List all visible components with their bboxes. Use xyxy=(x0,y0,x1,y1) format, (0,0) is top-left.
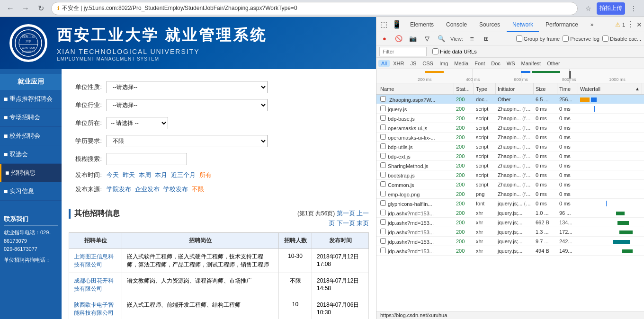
network-row-16[interactable]: jdp.ashx?rnd=153... 200 xhr jquery.js;..… xyxy=(376,246,644,256)
network-row-11[interactable]: glyphicons-halflin... 200 font jquery.js… xyxy=(376,199,644,208)
type-btn-manifest[interactable]: Manifest xyxy=(519,60,544,67)
forward-button[interactable]: → xyxy=(19,2,32,15)
list-view-button[interactable]: ≡ xyxy=(467,34,477,44)
network-row-15[interactable]: jdp.ashx?rnd=153... 200 xhr jquery.js;..… xyxy=(376,237,644,246)
type-btn-ws[interactable]: WS xyxy=(504,60,518,67)
col-initiator-header[interactable]: Initiator xyxy=(496,83,534,94)
network-row-12[interactable]: jdp.ashx?rnd=153... 200 xhr jquery.js;..… xyxy=(376,208,644,218)
row3-checkbox[interactable] xyxy=(380,124,386,130)
tab-sources[interactable]: Sources xyxy=(474,17,506,32)
devtools-inspect-button[interactable]: ⬚ xyxy=(378,20,389,29)
unit-industry-select[interactable]: --请选择-- xyxy=(107,99,268,111)
row6-checkbox[interactable] xyxy=(380,153,386,159)
network-row-10[interactable]: emp-logo.png 200 png Zhaopin... (fro... … xyxy=(376,189,644,199)
network-row-14[interactable]: jdp.ashx?rnd=153... 200 xhr jquery.js;..… xyxy=(376,227,644,237)
type-btn-font[interactable]: Font xyxy=(472,60,488,67)
unit-type-select[interactable]: --请选择-- xyxy=(107,81,268,93)
star-button[interactable]: ☆ xyxy=(581,2,595,15)
education-select[interactable]: 不限 xyxy=(107,135,268,147)
row14-checkbox[interactable] xyxy=(380,229,386,234)
devtools-device-button[interactable]: 📱 xyxy=(390,20,403,29)
source-link-college[interactable]: 学院发布 xyxy=(107,185,131,194)
row12-checkbox[interactable] xyxy=(380,210,386,215)
network-row-1[interactable]: jquery.js 200 script Zhaopin... (fro... … xyxy=(376,104,644,114)
network-row-9[interactable]: Common.js 200 script Zhaopin... (fro... … xyxy=(376,180,644,189)
row1-checkbox[interactable] xyxy=(380,106,386,111)
keyword-input[interactable] xyxy=(107,153,187,165)
col-size-header[interactable]: Size xyxy=(534,83,557,94)
type-btn-media[interactable]: Media xyxy=(451,60,471,67)
type-btn-css[interactable]: CSS xyxy=(420,60,436,67)
sidebar-item-zhuanchang[interactable]: ■ 专场招聘会 xyxy=(0,108,62,127)
group-by-frame-checkbox[interactable] xyxy=(516,35,522,42)
type-btn-xhr[interactable]: XHR xyxy=(390,60,407,67)
company-link-0[interactable]: 上海图正信息科技有限公司 xyxy=(74,253,114,268)
row7-checkbox[interactable] xyxy=(380,162,386,168)
sidebar-item-shixi[interactable]: ■ 实习信息 xyxy=(0,182,62,201)
network-row-3[interactable]: operamasks-ui.js 200 script Zhaopin... (… xyxy=(376,123,644,133)
row2-checkbox[interactable] xyxy=(380,115,386,121)
network-row-5[interactable]: bdp-utils.js 200 script Zhaopin... (fro.… xyxy=(376,142,644,151)
source-link-all[interactable]: 不限 xyxy=(192,185,204,194)
row13-checkbox[interactable] xyxy=(380,219,386,225)
tab-performance[interactable]: Performance xyxy=(540,17,584,32)
row16-checkbox[interactable] xyxy=(380,248,386,253)
row15-checkbox[interactable] xyxy=(380,238,386,244)
time-link-week[interactable]: 本周 xyxy=(139,171,151,179)
time-link-all[interactable]: 所有 xyxy=(199,171,212,179)
tab-elements[interactable]: Elements xyxy=(404,17,439,32)
clear-button[interactable]: 🚫 xyxy=(394,34,404,44)
devtools-close-button[interactable]: ✕ xyxy=(636,21,642,28)
col-waterfall-header[interactable]: Waterfall ▲ xyxy=(578,83,642,94)
tab-more[interactable]: » xyxy=(585,17,599,32)
devtools-settings-button[interactable]: ⋮ xyxy=(627,20,635,29)
filter-button[interactable]: ▽ xyxy=(422,34,432,44)
network-row-13[interactable]: jdp.ashx?rnd=153... 200 xhr jquery.js;..… xyxy=(376,218,644,227)
page-next[interactable]: 下一页 xyxy=(337,220,355,227)
tab-console[interactable]: Console xyxy=(440,17,473,32)
address-bar[interactable]: ℹ 不安全 | jy.51uns.com:8022/Pro_StudentEmp… xyxy=(51,2,578,15)
source-link-school[interactable]: 学校发布 xyxy=(163,185,188,194)
row0-checkbox[interactable] xyxy=(380,96,386,102)
network-row-4[interactable]: operamasks-ui-fix-... 200 script Zhaopin… xyxy=(376,133,644,142)
network-row-0[interactable]: Zhaoping.aspx?W... 200 doc... Other 6.5 … xyxy=(376,95,644,104)
source-link-company[interactable]: 企业发布 xyxy=(135,185,160,194)
preserve-log-checkbox[interactable] xyxy=(563,35,569,42)
row11-checkbox[interactable] xyxy=(380,200,386,206)
unit-location-select[interactable]: -- 请选择 -- xyxy=(107,117,168,129)
page-first[interactable]: 第一页 xyxy=(337,210,355,217)
network-filter-input[interactable] xyxy=(379,47,427,56)
network-row-2[interactable]: bdp-base.js 200 script Zhaopin... (fro..… xyxy=(376,114,644,123)
time-link-today[interactable]: 今天 xyxy=(107,171,119,179)
company-link-1[interactable]: 成都心田花开科技有限公司 xyxy=(74,277,114,292)
network-row-7[interactable]: SharingMethod.js 200 script Zhaopin... (… xyxy=(376,161,644,170)
time-link-month[interactable]: 本月 xyxy=(155,171,167,179)
reload-button[interactable]: ↻ xyxy=(34,2,47,15)
network-row-6[interactable]: bdp-ext.js 200 script Zhaopin... (fro...… xyxy=(376,151,644,161)
col-name-header[interactable]: Name xyxy=(378,83,454,94)
sidebar-item-zhaopin[interactable]: ■ 招聘信息 xyxy=(0,164,62,182)
page-last[interactable]: 末页 xyxy=(357,220,369,227)
type-btn-js[interactable]: JS xyxy=(407,60,419,67)
row10-checkbox[interactable] xyxy=(380,191,386,196)
baidu-upload-button[interactable]: 拍拍上传 xyxy=(597,2,625,15)
col-type-header[interactable]: Type xyxy=(474,83,496,94)
type-btn-doc[interactable]: Doc xyxy=(488,60,503,67)
menu-button[interactable]: ⋮ xyxy=(627,2,640,15)
sidebar-item-zhongdian[interactable]: ■ 重点推荐招聘会 xyxy=(0,90,62,108)
sidebar-item-shuangxuan[interactable]: ■ 双选会 xyxy=(0,145,62,164)
network-rows[interactable]: Zhaoping.aspx?W... 200 doc... Other 6.5 … xyxy=(376,95,644,311)
type-btn-other[interactable]: Other xyxy=(544,60,563,67)
time-link-threemonths[interactable]: 近三个月 xyxy=(171,171,196,179)
camera-button[interactable]: 📷 xyxy=(408,34,418,44)
disable-cache-checkbox[interactable] xyxy=(602,35,608,42)
row9-checkbox[interactable] xyxy=(380,181,386,187)
row4-checkbox[interactable] xyxy=(380,134,386,140)
search-button[interactable]: 🔍 xyxy=(436,34,447,44)
row8-checkbox[interactable] xyxy=(380,172,386,177)
row5-checkbox[interactable] xyxy=(380,143,386,149)
type-btn-all[interactable]: All xyxy=(378,60,390,67)
sidebar-item-xiaowai[interactable]: ■ 校外招聘会 xyxy=(0,127,62,145)
company-link-2[interactable]: 陕西欧卡电子智能科技有限公司 xyxy=(74,301,114,316)
col-status-header[interactable]: Stat... xyxy=(454,83,474,94)
